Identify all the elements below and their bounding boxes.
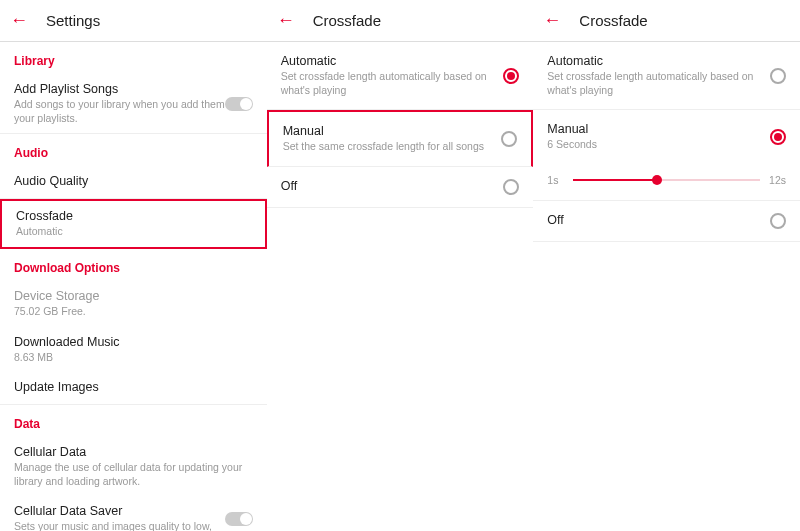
option-off[interactable]: Off <box>267 167 534 208</box>
row-device-storage[interactable]: Device Storage 75.02 GB Free. <box>0 281 267 327</box>
slider-min-label: 1s <box>547 174 567 186</box>
back-arrow-icon[interactable]: ← <box>543 10 561 31</box>
section-library: Library <box>0 42 267 74</box>
row-title: Cellular Data <box>14 445 253 459</box>
section-audio: Audio <box>0 134 267 166</box>
page-title: Crossfade <box>313 12 381 29</box>
page-title: Settings <box>46 12 100 29</box>
row-cellular-data[interactable]: Cellular Data Manage the use of cellular… <box>0 437 267 496</box>
radio-manual[interactable] <box>501 131 517 147</box>
section-download: Download Options <box>0 249 267 281</box>
option-title: Automatic <box>281 54 520 68</box>
settings-panel: ← Settings Library Add Playlist Songs Ad… <box>0 0 267 531</box>
row-add-playlist-songs[interactable]: Add Playlist Songs Add songs to your lib… <box>0 74 267 134</box>
row-subtitle: 75.02 GB Free. <box>14 305 253 319</box>
row-title: Audio Quality <box>14 174 253 188</box>
row-subtitle: Automatic <box>16 225 251 239</box>
page-title: Crossfade <box>579 12 647 29</box>
settings-list: Library Add Playlist Songs Add songs to … <box>0 42 267 531</box>
back-arrow-icon[interactable]: ← <box>10 10 28 31</box>
option-subtitle: Set crossfade length automatically based… <box>547 70 786 97</box>
radio-manual[interactable] <box>770 129 786 145</box>
option-title: Off <box>281 179 520 193</box>
row-update-images[interactable]: Update Images <box>0 372 267 405</box>
radio-off[interactable] <box>503 179 519 195</box>
slider-thumb-icon[interactable] <box>652 175 662 185</box>
row-downloaded-music[interactable]: Downloaded Music 8.63 MB <box>0 327 267 373</box>
row-title: Downloaded Music <box>14 335 253 349</box>
row-title: Add Playlist Songs <box>14 82 253 96</box>
row-subtitle: Sets your music and images quality to lo… <box>14 520 253 531</box>
option-off[interactable]: Off <box>533 201 800 242</box>
toggle-data-saver[interactable] <box>225 512 253 526</box>
option-manual[interactable]: Manual 6 Seconds <box>533 110 800 164</box>
settings-header: ← Settings <box>0 0 267 42</box>
row-cellular-data-saver[interactable]: Cellular Data Saver Sets your music and … <box>0 496 267 531</box>
option-subtitle: Set the same crossfade length for all so… <box>283 140 518 154</box>
crossfade-panel-manual: ← Crossfade Automatic Set crossfade leng… <box>533 0 800 531</box>
crossfade-slider-row: 1s 12s <box>533 164 800 201</box>
row-crossfade[interactable]: Crossfade Automatic <box>0 199 267 249</box>
row-title: Device Storage <box>14 289 253 303</box>
row-title: Update Images <box>14 380 253 394</box>
row-subtitle: Add songs to your library when you add t… <box>14 98 253 125</box>
row-subtitle: Manage the use of cellular data for upda… <box>14 461 253 488</box>
toggle-add-playlist[interactable] <box>225 97 253 111</box>
option-title: Off <box>547 213 786 227</box>
radio-automatic[interactable] <box>770 68 786 84</box>
option-automatic[interactable]: Automatic Set crossfade length automatic… <box>267 42 534 110</box>
radio-automatic[interactable] <box>503 68 519 84</box>
row-subtitle: 8.63 MB <box>14 351 253 365</box>
radio-off[interactable] <box>770 213 786 229</box>
row-audio-quality[interactable]: Audio Quality <box>0 166 267 199</box>
option-automatic[interactable]: Automatic Set crossfade length automatic… <box>533 42 800 110</box>
section-data: Data <box>0 405 267 437</box>
crossfade-slider[interactable] <box>573 179 760 181</box>
back-arrow-icon[interactable]: ← <box>277 10 295 31</box>
slider-fill <box>573 179 657 181</box>
crossfade-header: ← Crossfade <box>267 0 534 42</box>
crossfade-header: ← Crossfade <box>533 0 800 42</box>
row-title: Cellular Data Saver <box>14 504 253 518</box>
row-title: Crossfade <box>16 209 251 223</box>
option-subtitle: Set crossfade length automatically based… <box>281 70 520 97</box>
option-title: Automatic <box>547 54 786 68</box>
slider-max-label: 12s <box>766 174 786 186</box>
crossfade-panel-auto: ← Crossfade Automatic Set crossfade leng… <box>267 0 534 531</box>
option-subtitle: 6 Seconds <box>547 138 786 152</box>
option-title: Manual <box>547 122 786 136</box>
option-manual[interactable]: Manual Set the same crossfade length for… <box>267 110 534 167</box>
option-title: Manual <box>283 124 518 138</box>
